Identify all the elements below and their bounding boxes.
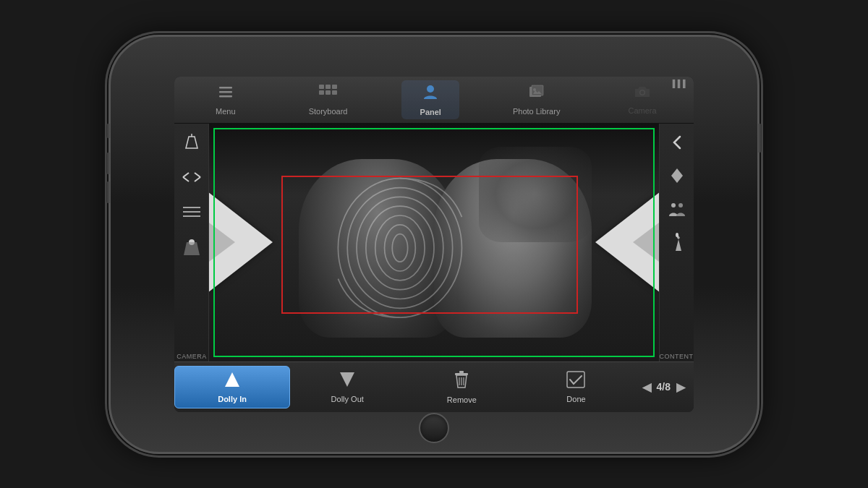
camera-icon <box>634 85 651 103</box>
page-counter: ◀ 4/8 ▶ <box>634 380 694 394</box>
page-prev-button[interactable]: ◀ <box>642 380 651 394</box>
power-button[interactable] <box>757 124 762 153</box>
dolly-in-button[interactable]: Dolly In <box>174 366 290 408</box>
storyboard-label: Storyboard <box>309 107 348 116</box>
back-tool[interactable] <box>664 129 690 155</box>
nav-bar: ▌▌▌ Menu <box>174 77 694 124</box>
left-sidebar: CAMERA <box>174 124 209 361</box>
svg-point-14 <box>641 90 644 94</box>
svg-rect-0 <box>219 87 232 89</box>
volume-down-button[interactable] <box>106 181 111 203</box>
svg-point-26 <box>357 197 443 299</box>
svg-rect-35 <box>459 371 464 373</box>
right-sidebar: CONTENT <box>659 124 694 361</box>
storyboard-icon <box>318 84 339 104</box>
svg-line-19 <box>195 177 200 181</box>
viewport[interactable] <box>209 124 659 361</box>
svg-rect-6 <box>319 90 324 95</box>
dolly-in-icon <box>224 371 241 392</box>
menu-label: Menu <box>216 107 236 116</box>
remove-label: Remove <box>447 395 477 404</box>
nav-panel[interactable]: Panel <box>401 80 459 119</box>
svg-rect-4 <box>326 85 331 89</box>
camera-sidebar-label: CAMERA <box>174 353 209 361</box>
svg-point-30 <box>393 234 408 262</box>
bottom-toolbar: Dolly In Dolly Out <box>174 361 694 412</box>
done-icon <box>566 371 585 392</box>
dolly-out-icon <box>339 371 356 392</box>
dolly-in-label: Dolly In <box>218 395 247 403</box>
svg-rect-2 <box>219 95 232 98</box>
viewport-inner <box>209 124 659 361</box>
svg-point-9 <box>427 85 434 93</box>
svg-line-17 <box>183 177 189 181</box>
dolly-out-label: Dolly Out <box>331 395 364 403</box>
svg-line-16 <box>183 173 189 177</box>
svg-rect-34 <box>455 373 468 375</box>
characters-tool[interactable] <box>664 196 690 222</box>
screen: ▌▌▌ Menu <box>174 77 694 412</box>
svg-line-18 <box>195 173 200 177</box>
svg-point-32 <box>678 203 683 207</box>
svg-point-27 <box>366 206 434 289</box>
svg-rect-1 <box>219 91 232 93</box>
content-sidebar-label: CONTENT <box>659 353 694 361</box>
svg-point-33 <box>676 233 678 237</box>
bowtie-left-inner <box>209 221 235 264</box>
svg-point-29 <box>385 225 416 271</box>
svg-rect-7 <box>326 90 331 95</box>
camera-label: Camera <box>629 106 657 115</box>
rotate-tool[interactable] <box>664 163 690 189</box>
svg-rect-5 <box>332 85 337 89</box>
blade-tool[interactable] <box>664 229 690 255</box>
dolly-out-button[interactable]: Dolly Out <box>290 367 404 408</box>
done-label: Done <box>566 395 585 403</box>
silent-switch[interactable] <box>106 124 111 138</box>
photo-library-label: Photo Library <box>513 107 560 116</box>
panel-label: Panel <box>420 108 441 116</box>
page-counter-display: 4/8 <box>657 381 671 393</box>
photo-library-icon <box>528 84 545 104</box>
nav-photo-library[interactable]: Photo Library <box>504 81 569 119</box>
svg-rect-3 <box>319 85 324 89</box>
panel-icon <box>422 83 439 105</box>
fingerprint-overlay <box>299 171 501 325</box>
page-next-button[interactable]: ▶ <box>676 380 685 394</box>
nav-storyboard[interactable]: Storyboard <box>299 81 357 119</box>
bowtie-right-inner <box>633 221 659 264</box>
svg-rect-8 <box>332 90 337 95</box>
battery-indicator: ▌▌▌ <box>673 80 688 87</box>
grid-tool[interactable] <box>179 199 205 225</box>
svg-point-31 <box>671 203 676 207</box>
spotlight-tool[interactable] <box>179 234 205 260</box>
remove-icon <box>454 370 469 393</box>
remove-button[interactable]: Remove <box>404 366 519 408</box>
volume-up-button[interactable] <box>106 153 111 174</box>
bw-scene <box>209 124 659 361</box>
nav-camera: Camera <box>613 82 671 118</box>
svg-point-12 <box>533 88 536 91</box>
main-content: CAMERA <box>174 124 694 361</box>
iphone-device: ▌▌▌ Menu <box>109 35 760 454</box>
collapse-tool[interactable] <box>179 164 205 190</box>
done-button[interactable]: Done <box>519 367 633 408</box>
home-button[interactable] <box>419 413 449 443</box>
nav-menu[interactable]: Menu <box>197 81 255 119</box>
camera-move-tool[interactable] <box>179 129 205 155</box>
menu-icon <box>218 84 234 104</box>
